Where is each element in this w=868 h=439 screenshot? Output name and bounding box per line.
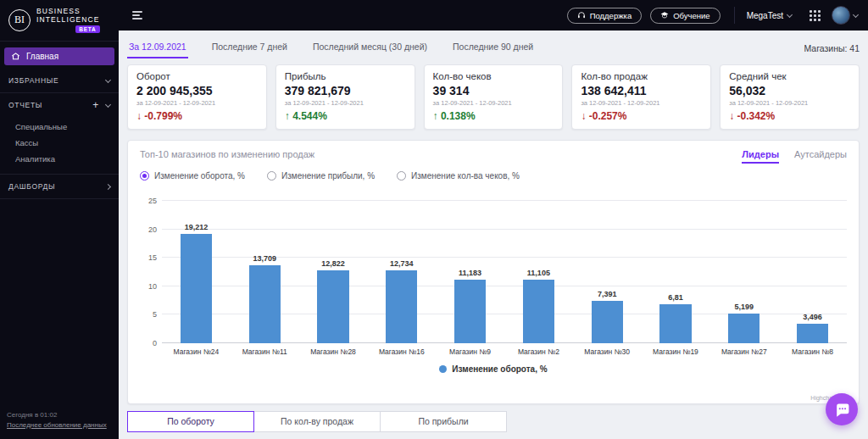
y-tick-label: 0: [153, 339, 157, 347]
user-menu[interactable]: [832, 6, 858, 25]
sidebar-reports-children: Специальные Кассы Аналитика: [0, 117, 119, 175]
kpi-card-sales[interactable]: Кол-во продаж 138 642,411 за 12-09-2021 …: [571, 64, 711, 130]
bar[interactable]: [386, 270, 417, 343]
sidebar-item-reports[interactable]: ОТЧЕТЫ +: [0, 93, 119, 117]
legend-label: Изменение оборота, %: [452, 364, 547, 374]
chart-legend[interactable]: Изменение оборота, %: [140, 364, 847, 374]
sidebar: BI BUSINESS INTELLIGENCE BETA Главная ИЗ…: [0, 0, 119, 439]
sidebar-item-dashboards[interactable]: ДАШБОРДЫ: [0, 175, 119, 199]
bar-column[interactable]: 7,391: [573, 201, 642, 343]
kpi-card-receipts[interactable]: Кол-во чеков 39 314 за 12-09-2021 - 12-0…: [424, 64, 564, 130]
account-menu[interactable]: MegaTest: [734, 7, 798, 24]
radio-icon: [267, 171, 276, 181]
legend-marker-icon: [439, 365, 447, 373]
kpi-card-profit[interactable]: Прибыль 379 821,679 за 12-09-2021 - 12-0…: [275, 64, 415, 130]
radio-receipts-change[interactable]: Изменение кол-ва чеков, %: [397, 171, 520, 181]
tab-period-90days[interactable]: Последние 90 дней: [451, 37, 535, 58]
kpi-delta: ↑ 0.138%: [433, 110, 554, 122]
graduation-cap-icon: [660, 11, 669, 19]
sidebar-favorites-label: ИЗБРАННЫЕ: [8, 76, 58, 85]
bar-value-label: 6,81: [668, 293, 683, 302]
bar-value-label: 5,199: [735, 303, 754, 311]
tab-period-7days[interactable]: Последние 7 дней: [210, 37, 289, 58]
kpi-title: Средний чек: [729, 71, 850, 81]
bar-column[interactable]: 5,199: [709, 201, 778, 343]
bar-column[interactable]: 6,81: [642, 201, 710, 343]
bar-column[interactable]: 19,212: [162, 201, 231, 343]
bar[interactable]: [728, 314, 760, 343]
logo-line1: BUSINESS: [36, 7, 100, 15]
bi-logo-icon: BI: [8, 9, 31, 31]
kpi-title: Кол-во чеков: [433, 71, 554, 81]
bar-chart: 0510152025 19,21213,70912,82212,73411,18…: [140, 201, 847, 343]
bar[interactable]: [523, 280, 554, 343]
tab-outsiders[interactable]: Аутсайдеры: [794, 149, 847, 164]
x-tick-label: Магазин №27: [709, 347, 778, 356]
chat-button[interactable]: [826, 393, 858, 425]
x-tick-label: Магазин №28: [299, 347, 368, 356]
kpi-period: за 12-09-2021 - 12-09-2021: [581, 99, 702, 107]
kpi-title: Прибыль: [285, 71, 406, 81]
bar[interactable]: [797, 324, 828, 343]
radio-icon: [397, 171, 406, 181]
kpi-value: 138 642,411: [581, 84, 702, 97]
sidebar-item-home[interactable]: Главная: [4, 47, 114, 65]
sidebar-item-analytics[interactable]: Аналитика: [0, 151, 119, 167]
bar-column[interactable]: 11,183: [436, 201, 504, 343]
tab-period-30days[interactable]: Последний месяц (30 дней): [311, 37, 429, 58]
tab-by-profit[interactable]: По прибыли: [380, 411, 507, 432]
account-name: MegaTest: [747, 11, 783, 20]
apps-grid-icon[interactable]: [807, 8, 823, 24]
last-update-time: Сегодня в 01:02: [7, 410, 112, 420]
kpi-title: Оборот: [136, 71, 258, 81]
kpi-value: 39 314: [433, 84, 554, 97]
bar[interactable]: [181, 234, 212, 343]
x-tick-label: Магазин №8: [778, 347, 847, 356]
kpi-row: Оборот 2 200 945,355 за 12-09-2021 - 12-…: [127, 64, 860, 130]
bar-column[interactable]: 3,496: [778, 201, 847, 343]
bar[interactable]: [659, 304, 691, 343]
tab-period-day[interactable]: За 12.09.2021: [127, 37, 188, 58]
menu-toggle-icon[interactable]: [129, 8, 146, 23]
y-tick-label: 10: [148, 282, 157, 291]
tab-leaders[interactable]: Лидеры: [742, 149, 779, 164]
bottom-tabs: По обороту По кол-ву продаж По прибыли: [127, 411, 860, 432]
bar-column[interactable]: 12,734: [367, 201, 436, 343]
period-tabs: За 12.09.2021 Последние 7 дней Последний…: [127, 37, 535, 58]
chevron-down-icon: [787, 11, 793, 17]
app-logo[interactable]: BI BUSINESS INTELLIGENCE BETA: [0, 0, 119, 42]
home-icon: [11, 52, 20, 61]
kpi-card-avg-receipt[interactable]: Средний чек 56,032 за 12-09-2021 - 12-09…: [720, 64, 860, 130]
bar-column[interactable]: 13,709: [231, 201, 299, 343]
sidebar-item-cash[interactable]: Кассы: [0, 135, 119, 151]
kpi-card-turnover[interactable]: Оборот 2 200 945,355 за 12-09-2021 - 12-…: [127, 64, 267, 130]
bar-value-label: 19,212: [185, 223, 209, 231]
radio-profit-change[interactable]: Изменение прибыли, %: [267, 171, 375, 181]
x-tick-label: Магазин №24: [162, 347, 231, 356]
bar-value-label: 11,183: [459, 269, 481, 277]
last-update-link[interactable]: Последнее обновление данных: [7, 420, 112, 431]
bar[interactable]: [317, 270, 348, 343]
radio-turnover-change[interactable]: Изменение оборота, %: [140, 171, 245, 181]
kpi-period: за 12-09-2021 - 12-09-2021: [285, 99, 406, 107]
tab-by-sales-count[interactable]: По кол-ву продаж: [253, 411, 381, 432]
sidebar-item-favorites[interactable]: ИЗБРАННЫЕ: [0, 69, 119, 93]
x-tick-label: Магазин №2: [504, 347, 573, 356]
tab-by-turnover[interactable]: По обороту: [127, 411, 254, 432]
bar-value-label: 3,496: [803, 313, 822, 321]
support-button[interactable]: Поддержка: [567, 8, 643, 24]
radio-label: Изменение оборота, %: [154, 171, 245, 181]
bar-column[interactable]: 12,822: [299, 201, 368, 343]
add-report-icon[interactable]: +: [92, 102, 99, 108]
chart-bars: 19,21213,70912,82212,73411,18311,1057,39…: [162, 201, 847, 343]
bar[interactable]: [249, 265, 281, 343]
kpi-title: Кол-во продаж: [581, 71, 702, 81]
avatar: [832, 6, 850, 25]
bar[interactable]: [454, 280, 486, 343]
bar-column[interactable]: 11,105: [504, 201, 573, 343]
sidebar-item-special[interactable]: Специальные: [0, 119, 119, 135]
training-button[interactable]: Обучение: [650, 8, 720, 24]
radio-icon: [140, 171, 149, 181]
bar-value-label: 13,709: [253, 254, 276, 263]
bar[interactable]: [592, 301, 623, 343]
